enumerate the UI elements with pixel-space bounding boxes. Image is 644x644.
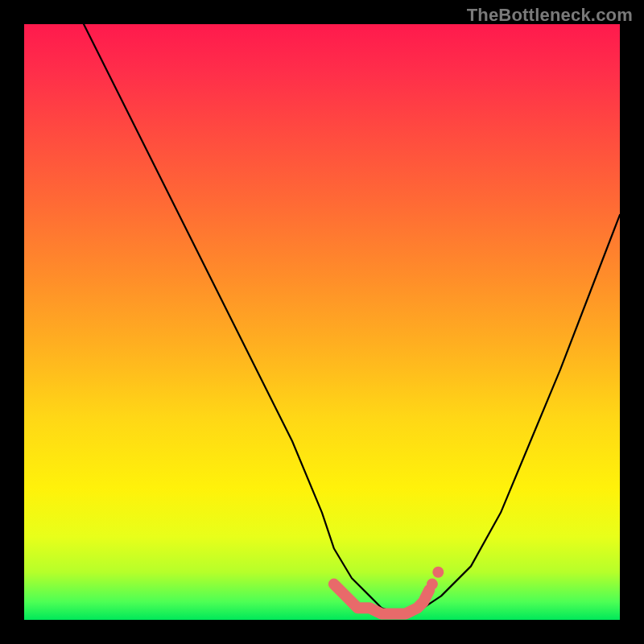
- marker-dot: [427, 579, 438, 590]
- chart-overlay: [24, 24, 620, 620]
- marker-band: [334, 567, 444, 614]
- watermark-text: TheBottleneck.com: [467, 5, 633, 26]
- chart-frame: TheBottleneck.com: [0, 0, 644, 644]
- marker-dot: [432, 567, 444, 578]
- marker-band-line: [334, 584, 429, 614]
- curve-line: [84, 24, 620, 614]
- plot-area: [24, 24, 620, 620]
